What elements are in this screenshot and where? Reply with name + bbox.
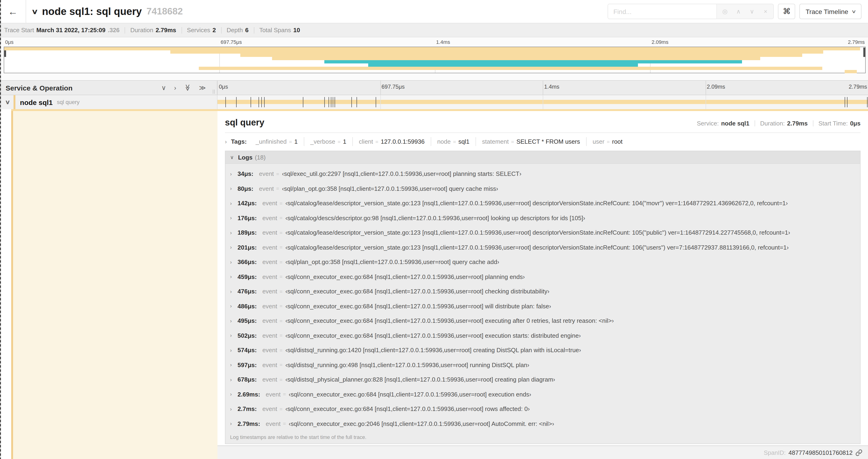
back-button[interactable]: ← xyxy=(0,0,26,23)
minimap-right-scrubber[interactable] xyxy=(863,47,865,57)
log-row[interactable]: ›597μs:event=‹sql/distsql_running.go:498… xyxy=(225,358,860,372)
log-event-key: event xyxy=(262,215,277,222)
log-row[interactable]: ›574μs:event=‹sql/distsql_running.go:142… xyxy=(225,343,860,358)
equals-sign: = xyxy=(280,230,283,236)
log-event-message: ‹sql/plan_opt.go:358 [nsql1,client=127.0… xyxy=(285,259,499,266)
logs-header[interactable]: ∨ Logs (18) xyxy=(225,151,860,164)
log-event-message: ‹sql/distsql_physical_planner.go:828 [ns… xyxy=(285,376,555,383)
log-row[interactable]: ›142μs:event=‹sql/catalog/lease/descript… xyxy=(225,196,860,210)
log-expand-icon[interactable]: › xyxy=(230,186,238,192)
log-expand-icon[interactable]: › xyxy=(230,377,238,383)
equals-sign: = xyxy=(511,139,514,144)
locate-icon[interactable]: ◎ xyxy=(722,8,728,15)
link-icon[interactable] xyxy=(856,449,862,456)
log-marker-tick xyxy=(236,97,237,107)
title-collapse-icon[interactable]: ∨ xyxy=(31,7,38,15)
meta-value: 6 xyxy=(245,27,248,34)
find-prev-icon[interactable]: ∧ xyxy=(735,8,742,15)
equals-sign: = xyxy=(280,289,283,294)
log-event-key: event xyxy=(266,420,281,427)
span-detail-area: sql query Service:node sql1Duration:2.79… xyxy=(0,111,868,459)
column-resizer-grip[interactable] xyxy=(213,90,215,94)
tags-row[interactable]: › Tags: _unfinished=1_verbose=1client=12… xyxy=(217,133,868,151)
log-row[interactable]: ›34μs:event=‹sql/exec_util.go:2297 [nsql… xyxy=(225,167,860,181)
trace-view-selector[interactable]: Trace Timeline ∨ xyxy=(800,4,862,19)
jaeger-trace-page: ← ∨ node sql1: sql query 7418682 ◎ ∧ ∨ ×… xyxy=(0,0,868,459)
log-row[interactable]: ›678μs:event=‹sql/distsql_physical_plann… xyxy=(225,372,860,387)
log-timestamp: 201μs: xyxy=(238,244,257,251)
log-expand-icon[interactable]: › xyxy=(230,406,238,412)
log-expand-icon[interactable]: › xyxy=(230,333,238,338)
log-row[interactable]: ›459μs:event=‹sql/conn_executor_exec.go:… xyxy=(225,269,860,284)
log-row[interactable]: ›201μs:event=‹sql/catalog/lease/descript… xyxy=(225,240,860,255)
span-row-name-cell[interactable]: ∨ node sql1 sql query xyxy=(0,95,217,109)
log-expand-icon[interactable]: › xyxy=(230,259,238,265)
log-expand-icon[interactable]: › xyxy=(230,245,238,250)
log-row[interactable]: ›2.79ms:event=‹sql/conn_executor_exec.go… xyxy=(225,416,860,431)
log-expand-icon[interactable]: › xyxy=(230,303,238,309)
span-service-name: node sql1 xyxy=(20,98,53,106)
tags-expand-icon[interactable]: › xyxy=(225,138,227,145)
log-row[interactable]: ›2.7ms:event=‹sql/conn_executor_exec.go:… xyxy=(225,402,860,416)
log-row[interactable]: ›176μs:event=‹sql/catalog/descs/descript… xyxy=(225,210,860,225)
log-marker-tick xyxy=(251,97,251,107)
log-row[interactable]: ›486μs:event=‹sql/conn_executor_exec.go:… xyxy=(225,299,860,314)
log-marker-tick xyxy=(261,97,262,107)
log-row[interactable]: ›2.69ms:event=‹sql/conn_executor_exec.go… xyxy=(225,387,860,402)
tag-key: node xyxy=(437,138,451,145)
log-expand-icon[interactable]: › xyxy=(230,201,238,206)
log-row[interactable]: ›495μs:event=‹sql/conn_executor_exec.go:… xyxy=(225,314,860,328)
minimap-span-bar xyxy=(170,51,823,54)
logs-collapse-icon[interactable]: ∨ xyxy=(230,154,234,160)
back-arrow-icon: ← xyxy=(8,6,18,17)
meta-item: Services2 xyxy=(187,27,216,34)
collapse-one-icon[interactable]: ∨ xyxy=(161,85,166,91)
logs-list: ›34μs:event=‹sql/exec_util.go:2297 [nsql… xyxy=(225,164,860,431)
log-row[interactable]: ›366μs:event=‹sql/plan_opt.go:358 [nsql1… xyxy=(225,255,860,269)
log-timestamp: 476μs: xyxy=(238,288,257,295)
log-expand-icon[interactable]: › xyxy=(230,171,238,177)
log-event-message: ‹sql/conn_executor_exec.go:2046 [nsql1,c… xyxy=(289,420,554,427)
timeline-ruler: 0μs697.75μs1.4ms2.09ms2.79ms xyxy=(217,81,868,95)
log-expand-icon[interactable]: › xyxy=(230,392,238,397)
log-row[interactable]: ›189μs:event=‹sql/catalog/lease/descript… xyxy=(225,225,860,240)
log-expand-icon[interactable]: › xyxy=(230,348,238,353)
log-event-key: event xyxy=(262,405,277,413)
log-row[interactable]: ›502μs:event=‹sql/conn_executor_exec.go:… xyxy=(225,328,860,343)
span-detail-title: sql query xyxy=(225,118,265,128)
minimap-canvas[interactable] xyxy=(4,47,866,73)
ruler-tick-label: 2.09ms xyxy=(650,39,669,45)
log-expand-icon[interactable]: › xyxy=(230,318,238,324)
log-event-message: ‹sql/conn_executor_exec.go:684 [nsql1,cl… xyxy=(285,288,550,295)
log-expand-icon[interactable]: › xyxy=(230,230,238,236)
find-input[interactable] xyxy=(608,4,717,19)
log-expand-icon[interactable]: › xyxy=(230,274,238,280)
log-row[interactable]: ›80μs:event=‹sql/plan_opt.go:358 [nsql1,… xyxy=(225,181,860,196)
trace-title-group[interactable]: ∨ node sql1: sql query 7418682 xyxy=(32,5,183,18)
log-expand-icon[interactable]: › xyxy=(230,215,238,221)
log-timestamp: 459μs: xyxy=(238,273,257,280)
log-event-key: event xyxy=(262,200,277,207)
minimap-span-bar xyxy=(240,54,802,57)
meta-label: Depth xyxy=(226,27,243,34)
meta-item: Duration2.79ms xyxy=(130,27,176,34)
find-clear-icon[interactable]: × xyxy=(762,8,769,15)
log-expand-icon[interactable]: › xyxy=(230,421,238,427)
keyboard-shortcuts-button[interactable]: ⌘ xyxy=(778,4,796,19)
log-expand-icon[interactable]: › xyxy=(230,289,238,294)
log-event-key: event xyxy=(262,259,277,266)
log-row[interactable]: ›476μs:event=‹sql/conn_executor_exec.go:… xyxy=(225,284,860,299)
expand-all-icon[interactable]: ≫ xyxy=(199,85,206,91)
log-expand-icon[interactable]: › xyxy=(230,362,238,368)
trace-title: node sql1: sql query xyxy=(42,5,142,18)
expand-one-icon[interactable]: › xyxy=(174,85,176,91)
find-next-icon[interactable]: ∨ xyxy=(749,8,755,15)
tag-value: root xyxy=(612,138,623,145)
span-collapse-icon[interactable]: ∨ xyxy=(5,99,10,105)
span-color-bar xyxy=(13,95,16,109)
collapse-all-icon[interactable]: ≫ xyxy=(184,84,191,91)
log-event-message: ‹sql/exec_util.go:2297 [nsql1,client=127… xyxy=(282,170,521,177)
span-row-timeline-cell[interactable] xyxy=(217,95,868,109)
log-event-key: event xyxy=(262,347,277,354)
logs-note: Log timestamps are relative to the start… xyxy=(225,431,860,444)
